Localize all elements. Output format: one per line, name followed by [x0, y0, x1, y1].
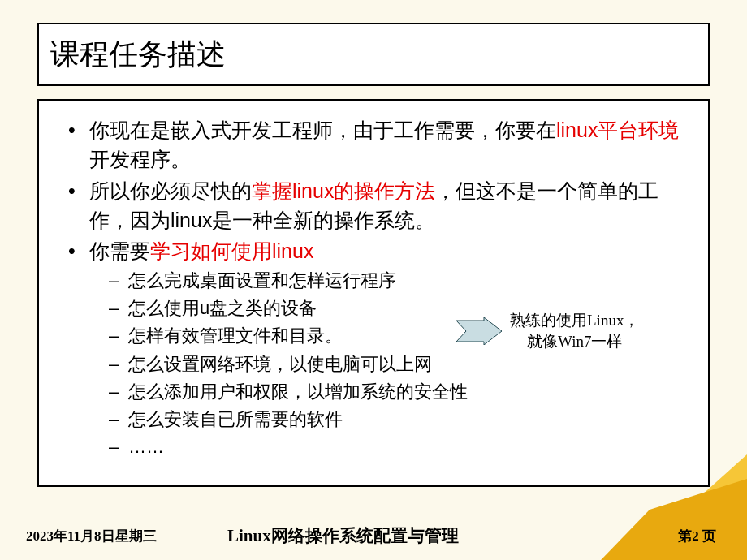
- slide-content-box: 你现在是嵌入式开发工程师，由于工作需要，你要在linux平台环境开发程序。 所以…: [37, 99, 710, 487]
- sub-item: ……: [58, 433, 689, 461]
- sub-text: 怎么完成桌面设置和怎样运行程序: [128, 270, 396, 291]
- sub-text: 怎么安装自已所需要的软件: [128, 409, 343, 429]
- sub-text: 怎么添加用户和权限，以增加系统的安全性: [128, 381, 468, 402]
- sub-text: ……: [128, 437, 164, 457]
- slide-title-box: 课程任务描述: [37, 23, 710, 86]
- highlight-text: linux平台环境: [556, 118, 679, 141]
- callout-line: 熟练的使用Linux，: [510, 310, 639, 331]
- text-part: 所以你必须尽快的: [89, 179, 252, 202]
- highlight-text: 学习如何使用linux: [150, 239, 313, 262]
- arrow-right-icon: [456, 317, 502, 345]
- highlight-text: 掌握linux的操作方法: [252, 179, 435, 202]
- callout-text: 熟练的使用Linux， 就像Win7一样: [510, 310, 639, 351]
- sub-item: 怎么安装自已所需要的软件: [58, 406, 689, 433]
- bullet-item-3: 你需要学习如何使用linux: [58, 236, 689, 265]
- text-part: 开发程序。: [89, 148, 191, 170]
- footer-title: Linux网络操作系统配置与管理: [227, 524, 459, 547]
- sub-item: 怎么添加用户和权限，以增加系统的安全性: [58, 378, 689, 406]
- sub-item: 怎么设置网络环境，以使电脑可以上网: [58, 351, 689, 378]
- bullet-item-1: 你现在是嵌入式开发工程师，由于工作需要，你要在linux平台环境开发程序。: [58, 115, 689, 174]
- slide-footer: 2023年11月8日星期三 Linux网络操作系统配置与管理 第2 页: [0, 519, 747, 552]
- slide-title: 课程任务描述: [50, 35, 226, 75]
- sub-item: 怎么完成桌面设置和怎样运行程序: [58, 267, 689, 295]
- sub-text: 怎么设置网络环境，以使电脑可以上网: [128, 354, 432, 374]
- callout-line: 就像Win7一样: [510, 331, 639, 352]
- svg-marker-0: [456, 317, 502, 345]
- callout: 熟练的使用Linux， 就像Win7一样: [456, 310, 692, 351]
- text-part: 你需要: [89, 239, 150, 262]
- sub-text: 怎么使用u盘之类的设备: [128, 298, 317, 318]
- footer-date: 2023年11月8日星期三: [26, 527, 157, 545]
- text-part: 你现在是嵌入式开发工程师，由于工作需要，你要在: [89, 118, 556, 141]
- bullet-item-2: 所以你必须尽快的掌握linux的操作方法，但这不是一个简单的工作，因为linux…: [58, 176, 689, 235]
- footer-page-number: 第2 页: [678, 527, 716, 545]
- sub-text: 怎样有效管理文件和目录。: [128, 325, 343, 346]
